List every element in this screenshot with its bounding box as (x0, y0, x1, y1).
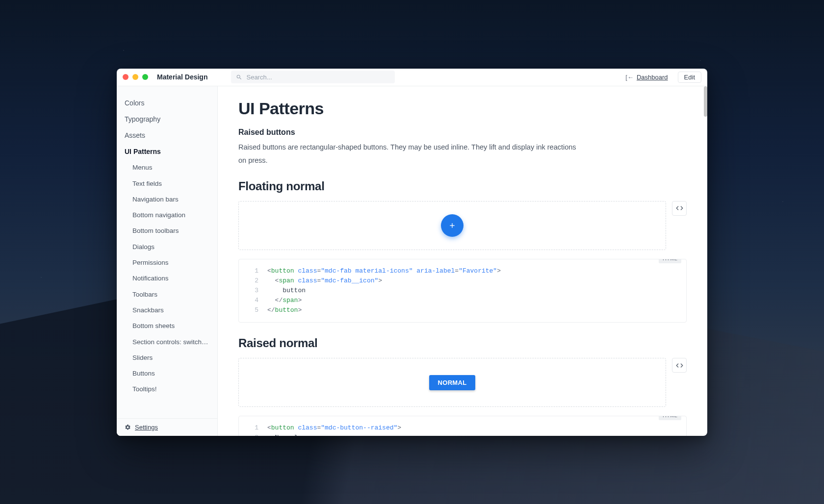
close-window-icon[interactable] (123, 74, 129, 80)
example-preview-floating (238, 201, 666, 250)
main-content: UI Patterns Raised buttons Raised button… (218, 86, 707, 436)
line-number: 3 (247, 286, 258, 296)
sidebar-item-colors[interactable]: Colors (117, 95, 217, 111)
code-line: 3 button (247, 286, 678, 296)
code-block-raised: HTML 1<button class="mdc-button--raised"… (238, 416, 687, 435)
example-heading-floating: Floating normal (238, 179, 687, 193)
sidebar-subitem[interactable]: Dialogs (117, 239, 217, 255)
sidebar-subitem[interactable]: Navigation bars (117, 192, 217, 207)
sidebar-subitem[interactable]: Menus (117, 160, 217, 176)
maximize-window-icon[interactable] (142, 74, 148, 80)
sidebar-item-assets[interactable]: Assets (117, 127, 217, 144)
code-icon (676, 362, 683, 369)
plus-icon (448, 222, 456, 229)
sidebar-subitem[interactable]: Sliders (117, 350, 217, 366)
minimize-window-icon[interactable] (132, 74, 138, 80)
fab-button[interactable] (441, 214, 464, 237)
intro-heading: Raised buttons (238, 128, 687, 137)
lang-badge: HTML (659, 416, 681, 420)
titlebar: Material Design [← Dashboard Edit (117, 69, 707, 86)
sidebar-subitem[interactable]: Toolbars (117, 287, 217, 302)
code-icon (676, 204, 683, 212)
sidebar-item-ui-patterns[interactable]: UI Patterns (117, 144, 217, 160)
code-block-floating: HTML 1<button class="mdc-fab material-ic… (238, 259, 687, 323)
code-line: 1<button class="mdc-button--raised"> (247, 423, 678, 433)
code-line: 5</button> (247, 305, 678, 315)
sidebar-item-typography[interactable]: Typography (117, 111, 217, 127)
intro-text: Raised buttons are rectangular-shaped bu… (238, 141, 582, 168)
settings-label: Settings (135, 424, 158, 431)
app-window: Material Design [← Dashboard Edit Colors… (117, 69, 707, 436)
app-title: Material Design (157, 73, 207, 81)
page-title: UI Patterns (238, 99, 687, 118)
sidebar: ColorsTypographyAssetsUI PatternsMenusTe… (117, 86, 218, 436)
edit-button[interactable]: Edit (678, 72, 701, 83)
search-input[interactable] (246, 74, 390, 81)
sidebar-subitem[interactable]: Bottom navigation (117, 207, 217, 223)
sidebar-subitem[interactable]: Bottom sheets (117, 318, 217, 334)
sidebar-settings[interactable]: Settings (117, 418, 217, 436)
code-line: 1<button class="mdc-fab material-icons" … (247, 266, 678, 276)
line-number: 1 (247, 423, 258, 433)
line-number: 4 (247, 296, 258, 305)
raised-normal-button[interactable]: NORMAL (429, 375, 476, 390)
example-heading-raised: Raised normal (238, 336, 687, 350)
sidebar-subitem[interactable]: Permissions (117, 255, 217, 271)
sidebar-subitem[interactable]: Section controls: switches ... (117, 334, 217, 350)
code-toggle-button[interactable] (672, 358, 687, 373)
sidebar-subitem[interactable]: Notifications (117, 271, 217, 286)
example-preview-raised: NORMAL (238, 358, 666, 407)
dashboard-link[interactable]: [← Dashboard (625, 74, 668, 81)
sidebar-subitem[interactable]: Buttons (117, 366, 217, 381)
dashboard-link-label: Dashboard (637, 74, 668, 81)
back-arrow-icon: [← (625, 74, 634, 81)
lang-badge: HTML (659, 259, 681, 263)
code-line: 2 <span class="mdc-fab__icon"> (247, 276, 678, 286)
search-field[interactable] (231, 71, 395, 83)
window-controls (123, 74, 148, 80)
example-row (238, 201, 687, 250)
sidebar-subitem[interactable]: Tooltips! (117, 381, 217, 397)
line-number: 2 (247, 433, 258, 435)
sidebar-subitem[interactable]: Text fields (117, 176, 217, 192)
example-row: NORMAL (238, 358, 687, 407)
code-line: 4 </span> (247, 296, 678, 305)
line-number: 2 (247, 276, 258, 286)
code-toggle-button[interactable] (672, 201, 687, 216)
gear-icon (125, 424, 131, 430)
line-number: 1 (247, 266, 258, 276)
sidebar-nav: ColorsTypographyAssetsUI PatternsMenusTe… (117, 95, 217, 418)
sidebar-subitem[interactable]: Snackbars (117, 302, 217, 318)
search-icon (236, 74, 242, 80)
sidebar-subitem[interactable]: Bottom toolbars (117, 223, 217, 239)
scrollbar-thumb[interactable] (704, 86, 707, 117)
line-number: 5 (247, 305, 258, 315)
code-line: 2 Normal (247, 433, 678, 435)
